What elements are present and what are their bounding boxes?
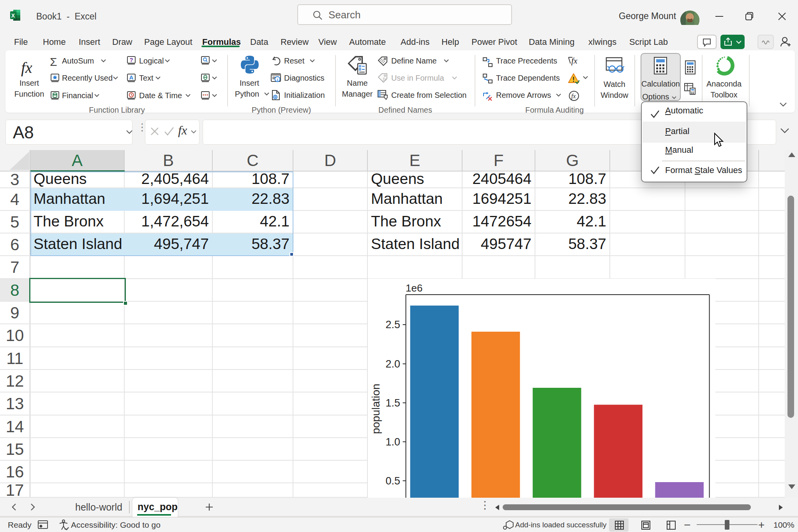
svg-text:fx: fx [383, 76, 387, 82]
svg-text:?: ? [129, 57, 133, 63]
svg-text:2.0: 2.0 [385, 358, 400, 370]
svg-text:2.5: 2.5 [385, 319, 400, 331]
svg-text:A: A [129, 74, 134, 81]
svg-text:1e6: 1e6 [406, 282, 422, 294]
svg-text:population: population [370, 384, 382, 434]
svg-text:fx: fx [571, 56, 577, 65]
svg-text:1.0: 1.0 [385, 436, 400, 448]
svg-text:X: X [11, 12, 15, 19]
svg-text:1.5: 1.5 [385, 397, 400, 409]
svg-text:fx: fx [571, 93, 576, 100]
svg-text:0.5: 0.5 [385, 475, 400, 487]
